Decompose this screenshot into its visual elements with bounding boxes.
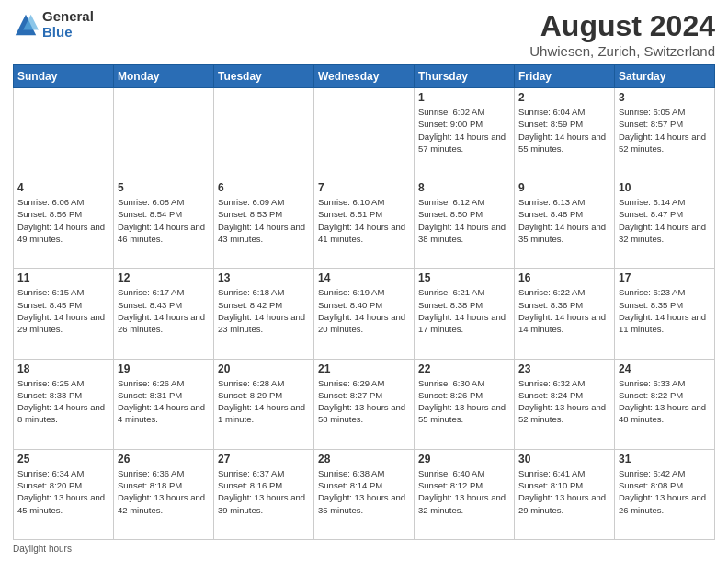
day-number: 4 <box>17 181 109 194</box>
calendar-cell: 31Sunrise: 6:42 AMSunset: 8:08 PMDayligh… <box>615 449 715 539</box>
day-number: 7 <box>318 181 410 194</box>
weekday-header-friday: Friday <box>515 65 615 88</box>
day-info: Sunrise: 6:02 AMSunset: 9:00 PMDaylight:… <box>418 106 510 155</box>
day-number: 5 <box>118 181 210 194</box>
day-info: Sunrise: 6:21 AMSunset: 8:38 PMDaylight:… <box>418 286 510 335</box>
day-info: Sunrise: 6:36 AMSunset: 8:18 PMDaylight:… <box>118 467 210 516</box>
day-number: 3 <box>619 91 711 104</box>
logo: General Blue <box>13 9 94 40</box>
calendar-cell: 4Sunrise: 6:06 AMSunset: 8:56 PMDaylight… <box>14 178 114 269</box>
calendar-cell: 20Sunrise: 6:28 AMSunset: 8:29 PMDayligh… <box>214 359 314 449</box>
day-info: Sunrise: 6:34 AMSunset: 8:20 PMDaylight:… <box>17 467 109 516</box>
day-number: 9 <box>518 181 610 194</box>
day-info: Sunrise: 6:19 AMSunset: 8:40 PMDaylight:… <box>318 286 410 335</box>
calendar-cell: 14Sunrise: 6:19 AMSunset: 8:40 PMDayligh… <box>314 269 415 359</box>
day-number: 10 <box>619 181 711 194</box>
week-row-1: 4Sunrise: 6:06 AMSunset: 8:56 PMDaylight… <box>14 178 715 269</box>
day-number: 21 <box>318 362 410 375</box>
day-number: 24 <box>619 362 711 375</box>
calendar-cell: 6Sunrise: 6:09 AMSunset: 8:53 PMDaylight… <box>214 178 314 269</box>
calendar-cell: 24Sunrise: 6:33 AMSunset: 8:22 PMDayligh… <box>615 359 715 449</box>
day-number: 28 <box>318 453 410 465</box>
calendar-cell: 25Sunrise: 6:34 AMSunset: 8:20 PMDayligh… <box>14 449 114 539</box>
day-info: Sunrise: 6:37 AMSunset: 8:16 PMDaylight:… <box>218 467 310 516</box>
day-number: 1 <box>418 91 510 104</box>
weekday-header-sunday: Sunday <box>14 65 114 88</box>
week-row-2: 11Sunrise: 6:15 AMSunset: 8:45 PMDayligh… <box>14 269 715 359</box>
day-info: Sunrise: 6:05 AMSunset: 8:57 PMDaylight:… <box>619 106 711 155</box>
footer-note: Daylight hours <box>13 544 715 554</box>
day-number: 25 <box>17 453 109 465</box>
calendar-cell <box>314 88 415 178</box>
day-number: 30 <box>518 453 610 465</box>
day-number: 26 <box>118 453 210 465</box>
day-info: Sunrise: 6:38 AMSunset: 8:14 PMDaylight:… <box>318 467 410 516</box>
day-info: Sunrise: 6:23 AMSunset: 8:35 PMDaylight:… <box>619 286 711 335</box>
day-info: Sunrise: 6:40 AMSunset: 8:12 PMDaylight:… <box>418 467 510 516</box>
day-number: 14 <box>318 271 410 284</box>
day-info: Sunrise: 6:41 AMSunset: 8:10 PMDaylight:… <box>518 467 610 516</box>
page-title: August 2024 <box>529 9 715 43</box>
weekday-header-saturday: Saturday <box>615 65 715 88</box>
calendar-cell: 11Sunrise: 6:15 AMSunset: 8:45 PMDayligh… <box>14 269 114 359</box>
calendar-cell: 13Sunrise: 6:18 AMSunset: 8:42 PMDayligh… <box>214 269 314 359</box>
day-info: Sunrise: 6:13 AMSunset: 8:48 PMDaylight:… <box>518 196 610 245</box>
day-info: Sunrise: 6:26 AMSunset: 8:31 PMDaylight:… <box>118 377 210 426</box>
calendar-cell: 7Sunrise: 6:10 AMSunset: 8:51 PMDaylight… <box>314 178 415 269</box>
day-number: 18 <box>17 362 109 375</box>
calendar-cell: 5Sunrise: 6:08 AMSunset: 8:54 PMDaylight… <box>114 178 214 269</box>
day-number: 19 <box>118 362 210 375</box>
day-info: Sunrise: 6:30 AMSunset: 8:26 PMDaylight:… <box>418 377 510 426</box>
day-info: Sunrise: 6:33 AMSunset: 8:22 PMDaylight:… <box>619 377 711 426</box>
day-info: Sunrise: 6:06 AMSunset: 8:56 PMDaylight:… <box>17 196 109 245</box>
weekday-header-monday: Monday <box>114 65 214 88</box>
calendar-cell: 22Sunrise: 6:30 AMSunset: 8:26 PMDayligh… <box>415 359 515 449</box>
weekday-header-tuesday: Tuesday <box>214 65 314 88</box>
week-row-3: 18Sunrise: 6:25 AMSunset: 8:33 PMDayligh… <box>14 359 715 449</box>
day-number: 16 <box>518 271 610 284</box>
day-info: Sunrise: 6:32 AMSunset: 8:24 PMDaylight:… <box>518 377 610 426</box>
calendar-body: 1Sunrise: 6:02 AMSunset: 9:00 PMDaylight… <box>14 88 715 540</box>
day-info: Sunrise: 6:22 AMSunset: 8:36 PMDaylight:… <box>518 286 610 335</box>
day-info: Sunrise: 6:10 AMSunset: 8:51 PMDaylight:… <box>318 196 410 245</box>
day-number: 6 <box>218 181 310 194</box>
day-info: Sunrise: 6:15 AMSunset: 8:45 PMDaylight:… <box>17 286 109 335</box>
day-number: 17 <box>619 271 711 284</box>
day-number: 27 <box>218 453 310 465</box>
week-row-4: 25Sunrise: 6:34 AMSunset: 8:20 PMDayligh… <box>14 449 715 539</box>
calendar-table: SundayMondayTuesdayWednesdayThursdayFrid… <box>13 64 715 540</box>
calendar-cell: 27Sunrise: 6:37 AMSunset: 8:16 PMDayligh… <box>214 449 314 539</box>
day-number: 20 <box>218 362 310 375</box>
calendar-cell: 26Sunrise: 6:36 AMSunset: 8:18 PMDayligh… <box>114 449 214 539</box>
calendar-cell: 10Sunrise: 6:14 AMSunset: 8:47 PMDayligh… <box>615 178 715 269</box>
day-number: 2 <box>518 91 610 104</box>
day-info: Sunrise: 6:17 AMSunset: 8:43 PMDaylight:… <box>118 286 210 335</box>
calendar-cell: 3Sunrise: 6:05 AMSunset: 8:57 PMDaylight… <box>615 88 715 178</box>
calendar-cell: 23Sunrise: 6:32 AMSunset: 8:24 PMDayligh… <box>515 359 615 449</box>
calendar-cell: 9Sunrise: 6:13 AMSunset: 8:48 PMDaylight… <box>515 178 615 269</box>
header: General Blue August 2024 Uhwiesen, Zuric… <box>13 9 715 59</box>
day-info: Sunrise: 6:04 AMSunset: 8:59 PMDaylight:… <box>518 106 610 155</box>
page: General Blue August 2024 Uhwiesen, Zuric… <box>0 0 728 563</box>
calendar-header: SundayMondayTuesdayWednesdayThursdayFrid… <box>14 65 715 88</box>
calendar-cell: 16Sunrise: 6:22 AMSunset: 8:36 PMDayligh… <box>515 269 615 359</box>
day-number: 15 <box>418 271 510 284</box>
calendar-cell: 29Sunrise: 6:40 AMSunset: 8:12 PMDayligh… <box>415 449 515 539</box>
day-number: 8 <box>418 181 510 194</box>
day-number: 23 <box>518 362 610 375</box>
logo-icon <box>13 12 39 38</box>
calendar-cell: 18Sunrise: 6:25 AMSunset: 8:33 PMDayligh… <box>14 359 114 449</box>
day-info: Sunrise: 6:12 AMSunset: 8:50 PMDaylight:… <box>418 196 510 245</box>
title-section: August 2024 Uhwiesen, Zurich, Switzerlan… <box>529 9 715 59</box>
day-number: 29 <box>418 453 510 465</box>
calendar-cell: 12Sunrise: 6:17 AMSunset: 8:43 PMDayligh… <box>114 269 214 359</box>
day-info: Sunrise: 6:09 AMSunset: 8:53 PMDaylight:… <box>218 196 310 245</box>
weekday-header-thursday: Thursday <box>415 65 515 88</box>
logo-blue-text: Blue <box>42 25 94 40</box>
day-info: Sunrise: 6:42 AMSunset: 8:08 PMDaylight:… <box>619 467 711 516</box>
day-number: 22 <box>418 362 510 375</box>
logo-general-text: General <box>42 9 94 25</box>
day-info: Sunrise: 6:14 AMSunset: 8:47 PMDaylight:… <box>619 196 711 245</box>
day-number: 11 <box>17 271 109 284</box>
calendar-cell: 1Sunrise: 6:02 AMSunset: 9:00 PMDaylight… <box>415 88 515 178</box>
